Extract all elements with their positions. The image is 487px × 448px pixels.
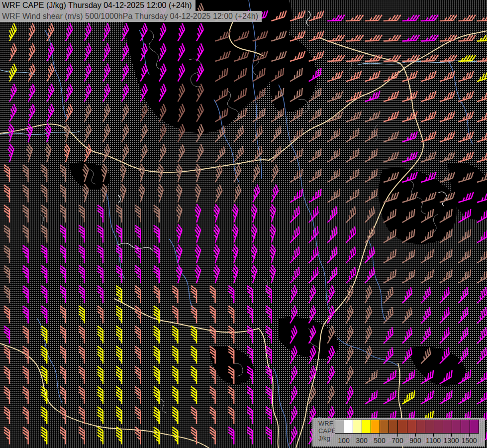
wind-barb <box>228 407 234 424</box>
wind-barb <box>477 15 487 21</box>
wind-barb <box>173 164 183 182</box>
wind-barb <box>41 266 47 283</box>
wind-barb <box>135 184 146 203</box>
wind-barb <box>343 189 361 202</box>
wind-barb <box>473 287 487 303</box>
wind-barb <box>97 346 103 364</box>
wind-barb <box>61 84 74 102</box>
wind-barb <box>455 307 471 324</box>
wind-barb <box>117 84 130 102</box>
wind-barb <box>381 370 399 384</box>
wind-barb <box>286 366 299 384</box>
wind-barb <box>421 15 438 21</box>
wind-barb <box>382 71 400 82</box>
wind-barb <box>417 327 433 343</box>
wind-barb <box>154 286 159 303</box>
wind-barb <box>400 131 419 142</box>
wind-barb <box>417 287 433 303</box>
wind-barb <box>457 91 475 102</box>
wind-barb <box>60 144 71 162</box>
wind-barb <box>98 84 112 102</box>
wind-barb <box>191 286 196 303</box>
wind-barb <box>399 269 417 283</box>
wind-barb <box>360 326 374 343</box>
wind-barb <box>247 244 258 263</box>
wind-barb <box>42 64 56 82</box>
wind-barb <box>286 406 299 424</box>
wind-barb <box>398 287 415 303</box>
wind-barb <box>192 184 202 203</box>
wind-barb <box>23 366 28 384</box>
wind-barb <box>363 112 382 122</box>
wind-barb <box>458 35 476 41</box>
wind-barb <box>266 286 271 303</box>
wind-barb <box>327 55 345 61</box>
wind-barb <box>5 104 18 122</box>
wind-barb <box>23 23 37 41</box>
wind-barb <box>135 245 140 263</box>
wind-barb <box>23 306 28 324</box>
wind-barb <box>360 346 374 364</box>
wind-barb <box>173 265 183 283</box>
wind-barb <box>4 306 9 324</box>
wind-barb <box>346 55 363 61</box>
wind-barb <box>306 189 324 202</box>
wind-barb <box>398 307 415 324</box>
wind-barb <box>210 427 215 445</box>
wind-barb <box>250 108 268 121</box>
wind-barb <box>343 148 361 162</box>
wind-barb <box>60 225 66 243</box>
wind-barb <box>210 387 215 404</box>
wind-barb <box>154 205 159 223</box>
wind-barb <box>228 286 234 303</box>
wind-barb <box>135 407 140 424</box>
wind-barb <box>41 306 47 324</box>
wind-barb <box>60 245 66 263</box>
wind-barb <box>41 427 47 445</box>
wind-barb <box>23 326 28 343</box>
legend-color-cell <box>371 420 380 433</box>
wind-barb <box>438 152 457 162</box>
legend-label-cape: CAPE <box>318 427 336 435</box>
wind-barb <box>267 185 280 203</box>
wind-barb <box>97 366 103 384</box>
wind-barb <box>457 131 475 142</box>
wind-barb <box>173 184 183 203</box>
wind-barb <box>210 286 215 303</box>
wind-barb <box>473 327 487 343</box>
legend-color-cell <box>380 420 389 433</box>
wind-barb <box>79 326 84 343</box>
wind-barb <box>382 131 400 142</box>
wind-barb <box>266 326 271 343</box>
wind-barb <box>473 307 487 324</box>
wind-barb <box>360 306 374 324</box>
legend-color-cell <box>353 420 362 433</box>
wind-barb <box>60 387 66 404</box>
wind-barb <box>323 267 340 283</box>
wind-barb <box>229 164 243 182</box>
wind-barb <box>4 407 9 424</box>
wind-barb <box>136 144 149 162</box>
wind-barb <box>41 407 47 424</box>
wind-barb <box>476 91 487 102</box>
wind-barb <box>80 43 93 61</box>
wind-barb <box>41 326 47 343</box>
wind-barb <box>437 269 455 283</box>
wind-barb <box>116 184 127 203</box>
wind-barb <box>475 249 487 263</box>
wind-barb <box>228 387 234 404</box>
legend-color-cell <box>407 420 416 433</box>
wind-barb <box>154 346 159 364</box>
wind-barb <box>4 266 9 283</box>
wind-barb <box>346 15 363 21</box>
wind-barb <box>172 326 178 343</box>
map-canvas <box>0 0 487 448</box>
wind-barb <box>154 306 159 324</box>
wind-barb <box>229 244 239 263</box>
wind-barb <box>419 112 438 122</box>
wind-barb <box>4 366 9 384</box>
wind-barb <box>380 327 396 343</box>
wind-barb <box>191 387 196 404</box>
wind-barb <box>210 306 215 324</box>
wind-barb <box>247 224 258 243</box>
